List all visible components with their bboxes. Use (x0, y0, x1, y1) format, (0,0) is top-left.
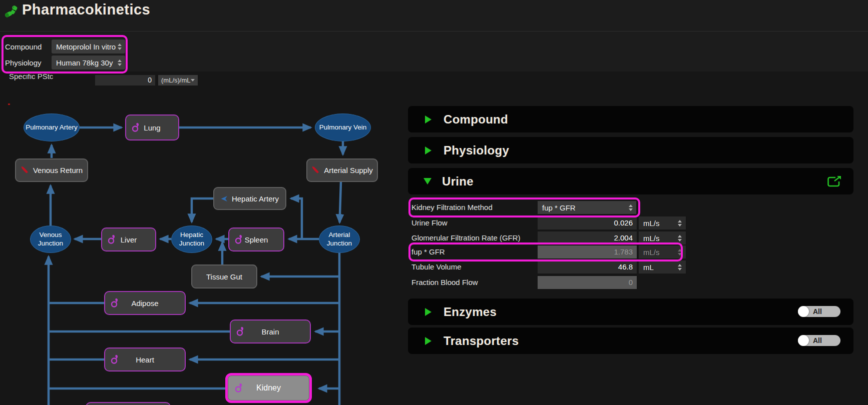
flask-icon (111, 354, 120, 364)
row-fraction-blood-flow: Fraction Blood Flow 0 (408, 276, 853, 289)
flask-icon (132, 122, 141, 132)
spinner-icon (118, 44, 122, 50)
node-pulmonary-artery[interactable]: Pulmonary Artery (24, 114, 80, 142)
arrow-left-icon (221, 196, 228, 202)
urine-flow-input[interactable]: 0.026 (538, 216, 637, 230)
transporters-all-toggle[interactable]: All (798, 335, 840, 346)
expand-right-icon (425, 116, 431, 124)
flask-icon (108, 234, 117, 244)
spinner-icon (118, 60, 122, 66)
row-kidney-filtration-method: Kidney Filtration Method fup * GFR (408, 201, 853, 214)
row-gfr: Glomerular Filtration Rate (GFR) 2.004 m… (408, 232, 853, 244)
flask-icon (236, 326, 245, 336)
header-divider (0, 31, 868, 32)
specific-pstc-input[interactable]: 0 (95, 75, 155, 86)
section-urine[interactable]: Urine (408, 168, 853, 194)
spinner-icon (678, 220, 682, 226)
row-fup-gfr: fup * GFR 1.783 mL/s (408, 246, 853, 258)
node-venous-junction[interactable]: Venous Junction (30, 226, 71, 253)
toggle-knob (798, 335, 809, 346)
physiology-select-value: Human 78kg 30y (56, 58, 113, 67)
node-pulmonary-vein[interactable]: Pulmonary Vein (315, 114, 371, 142)
node-lung[interactable]: Lung (125, 114, 179, 140)
expand-right-icon (425, 146, 431, 154)
needle-icon (21, 166, 29, 174)
node-hepatic-junction[interactable]: Hepatic Junction (171, 226, 212, 253)
pills-icon (4, 4, 19, 22)
node-spleen[interactable]: Spleen (228, 228, 284, 252)
section-enzymes[interactable]: Enzymes All (408, 298, 853, 325)
specific-pstc-row: Specific PStc 0 (mL/s)/mL (0, 74, 215, 86)
row-urine-flow: Urine Flow 0.026 mL/s (408, 216, 853, 230)
compound-select-value: Metoprolol In vitro (56, 42, 116, 51)
node-heart[interactable]: Heart (104, 348, 186, 372)
red-artifact-dot (8, 104, 10, 105)
kidney-filtration-method-select[interactable]: fup * GFR (538, 201, 636, 214)
specific-pstc-label: Specific PStc (9, 74, 53, 80)
node-adipose[interactable]: Adipose (104, 291, 186, 315)
row-tubule-volume: Tubule Volume 46.8 mL (408, 260, 853, 274)
urine-flow-unit-select[interactable]: mL/s (639, 216, 686, 230)
node-liver[interactable]: Liver (101, 228, 156, 252)
gfr-input[interactable]: 2.004 (538, 232, 637, 244)
spinner-icon (678, 264, 682, 270)
compound-select[interactable]: Metoprolol In vitro (52, 40, 125, 54)
tubule-volume-unit-select[interactable]: mL (639, 260, 686, 274)
compound-label: Compound (5, 42, 42, 51)
chevron-down-icon (191, 79, 195, 82)
fup-gfr-unit-select[interactable]: mL/s (639, 246, 686, 258)
node-brain[interactable]: Brain (230, 320, 311, 344)
section-physiology[interactable]: Physiology (408, 137, 853, 164)
node-arterial-supply[interactable]: Arterial Supply (306, 158, 378, 182)
section-compound[interactable]: Compound (408, 106, 853, 132)
flask-icon (111, 298, 120, 308)
fup-gfr-readonly-field: 1.783 (538, 246, 637, 258)
flask-icon (235, 234, 244, 244)
section-transporters[interactable]: Transporters All (408, 328, 853, 354)
node-kidney-selected[interactable]: Kidney (225, 373, 312, 403)
node-arterial-junction[interactable]: Arterial Junction (319, 226, 360, 253)
node-tissue-gut[interactable]: Tissue Gut (191, 264, 257, 288)
physiology-label: Physiology (5, 58, 42, 67)
spinner-icon (678, 249, 682, 256)
expand-right-icon (425, 308, 431, 316)
expand-right-icon (425, 337, 431, 345)
specific-pstc-unit-select[interactable]: (mL/s)/mL (158, 75, 198, 86)
toggle-knob (798, 306, 809, 317)
flask-icon (235, 383, 244, 393)
node-hepatic-artery[interactable]: Hepatic Artery (213, 187, 286, 210)
fraction-blood-flow-readonly-field: 0 (538, 276, 637, 289)
node-venous-return[interactable]: Venous Return (15, 158, 88, 182)
enzymes-all-toggle[interactable]: All (798, 306, 840, 317)
open-external-icon[interactable] (826, 175, 842, 190)
expand-down-icon (423, 178, 431, 184)
gfr-unit-select[interactable]: mL/s (639, 232, 686, 244)
needle-icon (311, 166, 320, 174)
tubule-volume-input[interactable]: 46.8 (538, 260, 637, 274)
physiology-select[interactable]: Human 78kg 30y (52, 56, 125, 70)
spinner-icon (629, 204, 633, 211)
node-partial-bottom[interactable] (86, 402, 171, 405)
spinner-icon (678, 235, 682, 242)
page-title: Pharmacokinetics (22, 2, 150, 18)
